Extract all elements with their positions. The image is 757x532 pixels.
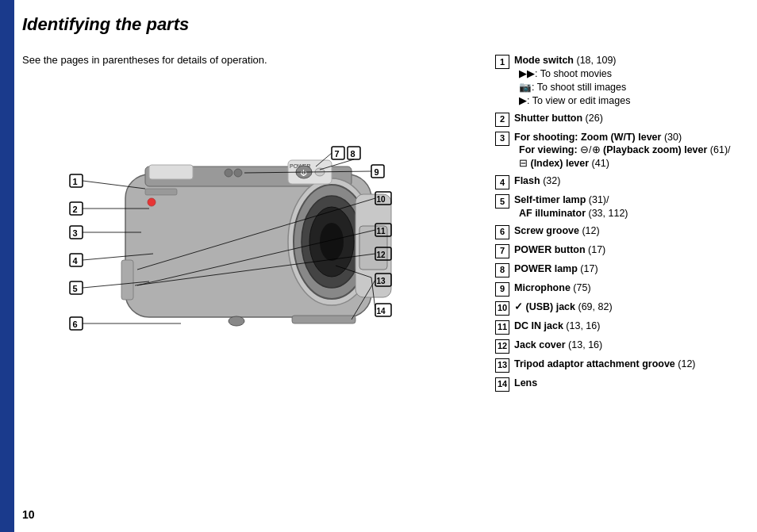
part-num-11: 11 [495, 320, 509, 335]
part-num-13: 13 [495, 358, 509, 373]
part-item-1: 1 Mode switch (18, 109) ▶▶: To shoot mov… [495, 54, 741, 108]
part-item-6: 6 Screw groove (12) [495, 224, 741, 239]
svg-text:13: 13 [377, 277, 386, 285]
part-item-9: 9 Microphone (75) [495, 281, 741, 297]
part-num-5: 5 [495, 194, 509, 209]
part-text-11: DC IN jack (13, 16) [514, 320, 741, 333]
page-title: Identifying the parts [22, 14, 189, 35]
svg-rect-9 [149, 165, 193, 179]
part-text-10: ✓ (USB) jack (69, 82) [514, 300, 741, 314]
part-text-6: Screw groove (12) [514, 224, 741, 238]
part-num-9: 9 [495, 282, 509, 297]
svg-point-16 [225, 169, 232, 177]
part-num-10: 10 [495, 301, 509, 316]
svg-rect-22 [292, 316, 355, 323]
part-text-3: For shooting: Zoom (W/T) lever (30) For … [514, 131, 741, 171]
part-text-8: POWER lamp (17) [514, 262, 741, 276]
part-num-2: 2 [495, 113, 509, 127]
part-item-14: 14 Lens [495, 377, 741, 392]
part-num-14: 14 [495, 377, 509, 392]
svg-text:11: 11 [377, 227, 386, 235]
svg-text:7: 7 [335, 149, 340, 159]
part-text-12: Jack cover (13, 16) [514, 339, 741, 352]
part-text-7: POWER button (17) [514, 243, 741, 257]
svg-point-23 [148, 198, 156, 206]
part-item-4: 4 Flash (32) [495, 174, 741, 189]
left-bar [0, 0, 14, 532]
svg-rect-20 [121, 260, 133, 300]
part-num-4: 4 [495, 175, 509, 189]
svg-text:8: 8 [351, 149, 355, 159]
part-text-2: Shutter button (26) [514, 112, 741, 125]
part-item-11: 11 DC IN jack (13, 16) [495, 320, 741, 335]
svg-text:1: 1 [73, 177, 78, 186]
subtitle-text: See the pages in parentheses for details… [22, 54, 267, 66]
svg-text:9: 9 [375, 167, 379, 177]
svg-text:4: 4 [73, 256, 79, 266]
part-text-14: Lens [514, 377, 741, 390]
parts-list: 1 Mode switch (18, 109) ▶▶: To shoot mov… [495, 54, 741, 396]
part-item-10: 10 ✓ (USB) jack (69, 82) [495, 300, 741, 316]
svg-point-21 [229, 316, 244, 326]
part-item-7: 7 POWER button (17) [495, 243, 741, 258]
part-item-8: 8 POWER lamp (17) [495, 262, 741, 277]
svg-rect-10 [145, 189, 177, 195]
part-item-12: 12 Jack cover (13, 16) [495, 339, 741, 354]
camera-diagram: POWER ⏻ 1 2 3 4 [22, 71, 490, 460]
part-item-13: 13 Tripod adaptor attachment groove (12) [495, 358, 741, 373]
svg-text:12: 12 [377, 251, 386, 259]
part-item-2: 2 Shutter button (26) [495, 112, 741, 127]
svg-text:2: 2 [73, 205, 78, 214]
part-text-5: Self-timer lamp (31)/ AF illuminator (33… [514, 193, 741, 220]
svg-point-17 [234, 169, 242, 177]
part-num-3: 3 [495, 132, 509, 146]
svg-text:14: 14 [377, 307, 386, 316]
part-num-1: 1 [495, 55, 509, 69]
part-num-12: 12 [495, 339, 509, 354]
svg-text:6: 6 [73, 320, 78, 329]
part-text-9: Microphone (75) [514, 281, 741, 295]
part-text-1: Mode switch (18, 109) ▶▶: To shoot movie… [514, 54, 741, 108]
part-text-13: Tripod adaptor attachment groove (12) [514, 358, 741, 371]
part-item-3: 3 For shooting: Zoom (W/T) lever (30) Fo… [495, 131, 741, 171]
part-num-6: 6 [495, 225, 509, 239]
svg-text:5: 5 [73, 284, 78, 293]
part-item-5: 5 Self-timer lamp (31)/ AF illuminator (… [495, 193, 741, 220]
page-number: 10 [22, 508, 35, 521]
part-text-4: Flash (32) [514, 174, 741, 188]
svg-text:3: 3 [73, 228, 78, 238]
part-num-8: 8 [495, 263, 509, 277]
part-num-7: 7 [495, 244, 509, 258]
svg-text:10: 10 [377, 195, 386, 204]
svg-text:⏻: ⏻ [300, 170, 307, 177]
